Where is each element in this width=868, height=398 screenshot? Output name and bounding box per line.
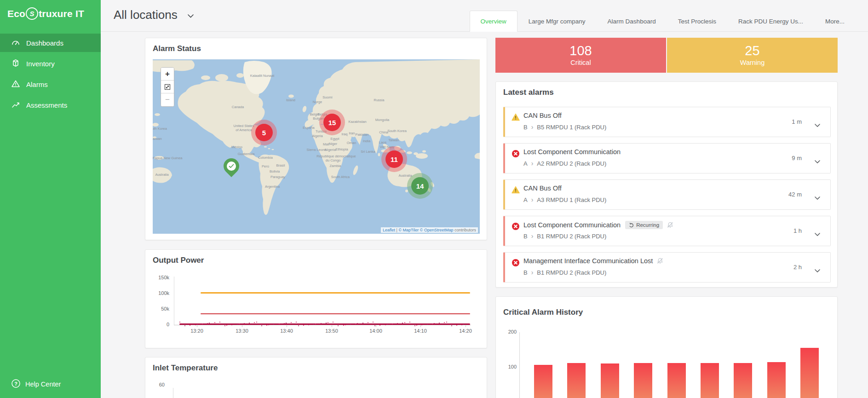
scatter-dot xyxy=(237,324,238,325)
critical-icon xyxy=(512,259,520,269)
scatter-dot xyxy=(298,325,299,326)
history-bar xyxy=(701,363,719,398)
chevron-down-icon[interactable] xyxy=(815,157,820,165)
x-axis-tick: 14:20 xyxy=(452,328,479,334)
x-axis-tickmark xyxy=(466,325,466,327)
world-map[interactable]: Kalaallit NunaatIslandNorgeSuomiRussiaCa… xyxy=(153,59,480,234)
location-selector[interactable]: All locations xyxy=(114,8,194,22)
ok-alarm-cluster[interactable]: 14 xyxy=(407,173,433,199)
alarm-location: A xyxy=(523,160,528,167)
chevron-down-icon[interactable] xyxy=(815,193,820,202)
scatter-dot xyxy=(434,323,435,324)
scatter-dot xyxy=(303,325,304,326)
x-axis-tick: 13:40 xyxy=(273,328,300,334)
x-axis-tick: 14:10 xyxy=(407,328,434,334)
scatter-dot xyxy=(179,322,180,323)
scatter-dot xyxy=(226,325,227,326)
sidebar-item-dashboards[interactable]: Dashboards xyxy=(0,34,101,52)
inlet-temperature-card: Inlet Temperature 60 xyxy=(145,357,487,398)
critical-count-banner[interactable]: 108 Critical xyxy=(495,38,666,73)
warning-icon xyxy=(512,113,520,123)
alarm-row[interactable]: CAN Bus Off B›B5 RMPDU 1 (Rack PDU) 1 m xyxy=(503,107,831,137)
recurring-icon xyxy=(629,223,634,228)
x-axis-tick: 13:30 xyxy=(228,328,256,334)
main-content: Alarm Status xyxy=(101,32,868,398)
zoom-in-button[interactable]: + xyxy=(161,68,174,81)
leaflet-link[interactable]: Leaflet xyxy=(383,228,395,232)
critical-alarm-history-card: Critical Alarm History 200 100 xyxy=(495,296,838,398)
history-bar xyxy=(534,365,552,398)
map-zoom-controls: + − xyxy=(161,67,174,107)
series-line-total-output-a xyxy=(201,292,470,294)
scatter-dot xyxy=(256,322,257,323)
sidebar-item-alarms[interactable]: Alarms xyxy=(0,75,101,93)
critical-alarm-cluster[interactable]: 15 xyxy=(319,110,345,135)
scatter-dot xyxy=(296,322,297,323)
y-axis-tick: 60 xyxy=(154,382,165,387)
help-center-link[interactable]: ? Help Center xyxy=(11,379,61,390)
critical-alarm-cluster[interactable]: 5 xyxy=(251,120,277,145)
scatter-dot xyxy=(350,324,351,325)
dashboard-tabs: Overview Large Mfgr company Alarm Dashbo… xyxy=(470,11,856,32)
x-axis-tickmark xyxy=(420,325,421,327)
chevron-down-icon[interactable] xyxy=(815,121,820,129)
x-axis-tickmark xyxy=(376,325,376,327)
tab-alarm-dashboard[interactable]: Alarm Dashboard xyxy=(597,11,667,32)
scatter-dot xyxy=(261,325,262,326)
scatter-dot xyxy=(392,323,393,324)
scatter-dot xyxy=(456,325,457,326)
critical-count: 108 xyxy=(569,43,592,58)
scatter-dot xyxy=(284,323,285,324)
history-bar xyxy=(667,363,686,398)
sidebar-item-assessments[interactable]: Assessments xyxy=(0,96,101,114)
alarm-location: B xyxy=(523,269,528,276)
expand-icon xyxy=(164,84,171,90)
alarm-title: Lost Component Communication xyxy=(523,221,621,229)
fullscreen-button[interactable] xyxy=(161,81,174,93)
alarm-row[interactable]: CAN Bus Off A›A3 RMPDU 1 (Rack PDU) 42 m xyxy=(503,179,831,210)
scatter-dot xyxy=(254,322,255,323)
output-power-card: Output Power 150k 100k 50k 0 13:20 13:30… xyxy=(145,249,487,348)
svg-text:?: ? xyxy=(14,381,17,386)
alarm-row[interactable]: Lost Component Communication A›A2 RMPDU … xyxy=(503,143,831,173)
scatter-dot xyxy=(368,322,368,323)
scatter-dot xyxy=(328,322,328,323)
chevron-down-icon[interactable] xyxy=(815,230,820,238)
alarm-title: Management Interface Communication Lost xyxy=(523,257,653,265)
tab-overview[interactable]: Overview xyxy=(470,11,517,32)
x-axis-tick: 13:20 xyxy=(183,328,211,334)
breadcrumb-separator: › xyxy=(531,160,534,167)
scatter-dot xyxy=(362,323,363,323)
tab-more[interactable]: More... xyxy=(814,11,856,32)
warning-count: 25 xyxy=(745,43,759,58)
warning-count-banner[interactable]: 25 Warning xyxy=(667,38,838,73)
zoom-out-button[interactable]: − xyxy=(161,93,174,106)
map-attribution: Leaflet | © MapTiler © OpenStreetMap con… xyxy=(381,227,478,233)
scatter-dot xyxy=(279,323,280,324)
maptiler-link[interactable]: © MapTiler xyxy=(398,228,419,232)
history-bar xyxy=(767,362,786,398)
alarm-row[interactable]: Lost Component Communication Recurring B… xyxy=(503,216,831,246)
alarm-location: B xyxy=(523,233,528,240)
scatter-dot xyxy=(308,324,309,325)
osm-link[interactable]: © OpenStreetMap xyxy=(420,228,454,232)
sidebar-item-inventory[interactable]: Inventory xyxy=(0,54,101,73)
sidebar-item-label: Inventory xyxy=(26,60,55,68)
chevron-down-icon[interactable] xyxy=(815,266,820,274)
scatter-dot xyxy=(286,323,287,323)
tab-test-proclesis[interactable]: Test Proclesis xyxy=(667,11,727,32)
cluster-count: 5 xyxy=(255,124,273,141)
alarm-row[interactable]: Management Interface Communication Lost … xyxy=(503,252,831,283)
card-title: Latest alarms xyxy=(503,88,554,97)
alarm-location: B xyxy=(523,124,528,131)
tab-large-mfgr-company[interactable]: Large Mfgr company xyxy=(517,11,597,32)
scatter-dot xyxy=(202,323,203,324)
critical-alarm-cluster[interactable]: 11 xyxy=(381,146,407,172)
tab-rack-pdu-energy[interactable]: Rack PDU Energy Us... xyxy=(727,11,814,32)
history-bar xyxy=(734,363,752,398)
alarm-device: B1 RMPDU 2 (Rack PDU) xyxy=(537,269,606,276)
ecostruxure-logo: EcoStruxure IT xyxy=(7,7,84,20)
scatter-dot xyxy=(427,324,428,325)
notifications-muted-icon xyxy=(657,258,663,264)
history-bar xyxy=(800,348,819,398)
